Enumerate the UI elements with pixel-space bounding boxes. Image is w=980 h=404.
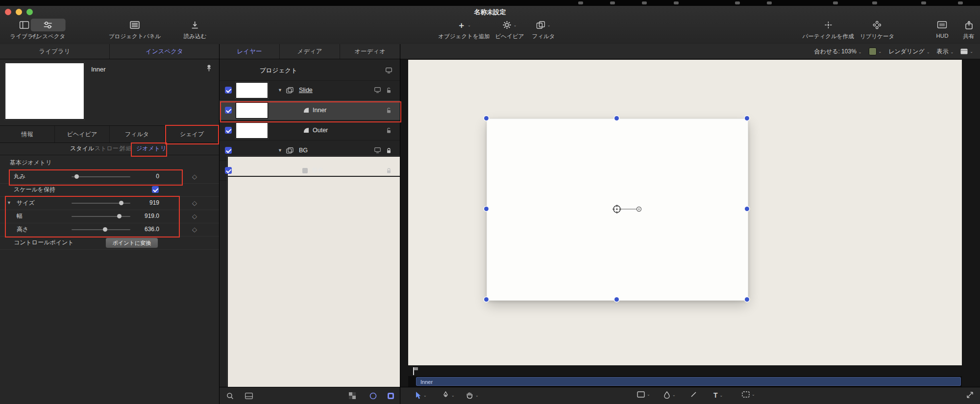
selection-handle-bottom-center[interactable] — [614, 297, 619, 302]
project-row[interactable]: プロジェクト — [220, 61, 400, 81]
timeline-bar-inner[interactable]: Inner — [416, 377, 961, 386]
layer-name[interactable]: Inner — [313, 100, 327, 120]
layer-visibility-checkbox[interactable] — [225, 167, 232, 174]
lock-icon[interactable] — [386, 147, 392, 154]
shape-icon — [303, 107, 310, 114]
panel-divider[interactable] — [219, 44, 220, 404]
search-icon[interactable] — [226, 392, 234, 400]
window-titlebar: 名称未設定 ライブラリ インスペクタ プロジェクトパネル 読み込む ＋⌄ オブジ… — [0, 6, 980, 45]
filters-button[interactable]: ⌄ フィルタ — [532, 19, 555, 40]
layer-row-slide[interactable]: ▼ Slide — [220, 80, 400, 100]
width-keyframe-icon[interactable]: ◇ — [192, 210, 197, 223]
transparency-checker-icon[interactable] — [349, 392, 356, 399]
subtab-advanced[interactable]: 詳細 — [120, 142, 132, 155]
layer-row-solid[interactable]: 単色 — [220, 161, 400, 181]
size-keyframe-icon[interactable]: ◇ — [192, 196, 197, 210]
add-object-button[interactable]: ＋⌄ オブジェクトを追加 — [438, 19, 490, 40]
slider-thumb[interactable] — [74, 174, 79, 179]
roundness-value[interactable]: 0 — [115, 170, 159, 183]
tab-behaviors[interactable]: ビヘイビア — [55, 126, 110, 143]
unlock-icon[interactable] — [386, 127, 392, 134]
rendering-dropdown[interactable]: レンダリング⌄ — [888, 48, 930, 56]
tab-audio[interactable]: オーディオ — [340, 44, 400, 59]
layer-visibility-checkbox[interactable] — [225, 147, 232, 154]
lock-icon[interactable] — [386, 167, 392, 174]
text-tool[interactable]: T ⌄ — [713, 391, 723, 399]
convert-to-points-button[interactable]: ポイントに変換 — [105, 238, 158, 248]
unlock-icon[interactable] — [386, 87, 392, 94]
resize-panel-handle[interactable] — [966, 391, 974, 399]
view-dropdown[interactable]: 表示⌄ — [937, 48, 954, 56]
subtab-geometry[interactable]: ジオメトリ — [136, 142, 166, 155]
layer-name[interactable]: Outer — [313, 120, 328, 140]
make-particles-button[interactable]: パーティクルを作成 — [802, 19, 854, 40]
layer-row-bg[interactable]: ▼ BG — [220, 141, 400, 161]
layer-name[interactable]: 単色 — [312, 161, 324, 180]
inspector-button[interactable]: インスペクタ — [31, 19, 66, 40]
line-icon — [690, 391, 697, 398]
paint-stroke-tool[interactable]: ⌄ — [663, 391, 676, 399]
subtab-style[interactable]: スタイル — [70, 142, 94, 155]
inspector-label: インスペクタ — [31, 33, 66, 40]
display-icon — [374, 87, 381, 93]
tab-info[interactable]: 情報 — [0, 126, 55, 143]
disclosure-triangle[interactable]: ▼ — [278, 141, 282, 160]
selection-handle-middle-left[interactable] — [484, 207, 489, 211]
tab-inspector[interactable]: インスペクタ — [110, 44, 219, 59]
tab-library[interactable]: ライブラリ — [0, 44, 110, 59]
layer-row-inner[interactable]: Inner — [220, 100, 400, 120]
anchor-point[interactable] — [612, 204, 646, 214]
tab-media[interactable]: メディア — [280, 44, 340, 59]
rectangle-mask-tool[interactable]: ⌄ — [742, 391, 755, 398]
tab-layers[interactable]: レイヤー — [220, 44, 280, 59]
pin-icon[interactable] — [206, 65, 212, 72]
roundness-keyframe-icon[interactable]: ◇ — [192, 170, 197, 183]
selection-handle-top-center[interactable] — [614, 116, 619, 120]
selection-handle-bottom-right[interactable] — [745, 297, 749, 302]
height-value[interactable]: 636.0 — [115, 223, 159, 236]
share-button[interactable]: 共有 — [963, 19, 975, 40]
tab-filters[interactable]: フィルタ — [110, 126, 165, 143]
select-tool[interactable]: ⌄ — [415, 391, 427, 400]
selection-handle-top-left[interactable] — [484, 116, 489, 120]
tab-shape[interactable]: シェイプ — [165, 126, 219, 143]
window-title: 名称未設定 — [0, 8, 980, 17]
panel-divider[interactable] — [400, 44, 400, 404]
control-points-row: コントロールポイント ポイントに変換 — [0, 236, 219, 250]
replicator-button[interactable]: リプリケータ — [860, 19, 894, 40]
project-label: プロジェクト — [260, 61, 297, 80]
preserve-scale-checkbox[interactable] — [152, 186, 159, 193]
selection-handle-top-right[interactable] — [745, 116, 749, 120]
layer-visibility-checkbox[interactable] — [225, 87, 232, 94]
disclosure-triangle[interactable]: ▼ — [278, 80, 282, 100]
unlock-icon[interactable] — [386, 107, 392, 114]
bezier-tool[interactable]: ⌄ — [442, 391, 455, 399]
size-disclosure-triangle[interactable]: ▼ — [7, 196, 11, 210]
hud-button[interactable]: HUD — [936, 19, 949, 39]
height-keyframe-icon[interactable]: ◇ — [192, 223, 197, 236]
hand-tool[interactable]: ⌄ — [466, 391, 479, 399]
slider-thumb[interactable] — [103, 227, 107, 232]
panel-toggle-icon[interactable] — [245, 393, 253, 399]
import-button[interactable]: 読み込む — [184, 19, 207, 40]
selection-handle-middle-right[interactable] — [745, 207, 749, 211]
size-value[interactable]: 919 — [115, 196, 159, 210]
diagonal-resize-icon — [966, 391, 974, 399]
selection-handle-bottom-left[interactable] — [484, 297, 489, 302]
layer-visibility-checkbox[interactable] — [225, 107, 232, 114]
project-panel-button[interactable]: プロジェクトパネル — [109, 19, 161, 40]
zoom-dropdown[interactable]: 合わせる: 103%⌄ — [814, 48, 862, 56]
width-value[interactable]: 919.0 — [115, 210, 159, 223]
channel-dropdown[interactable]: ⌄ — [869, 48, 882, 55]
layer-visibility-checkbox[interactable] — [225, 127, 232, 134]
rectangle-tool[interactable]: ⌄ — [637, 391, 650, 398]
layer-name[interactable]: Slide — [299, 80, 313, 100]
section-basic-geometry: 基本ジオメトリ — [10, 159, 51, 167]
blend-mode-icon[interactable] — [369, 392, 377, 400]
line-tool[interactable] — [690, 391, 697, 398]
layer-name[interactable]: BG — [299, 141, 308, 160]
layers-view-icon[interactable] — [387, 392, 394, 400]
layer-row-outer[interactable]: Outer — [220, 120, 400, 141]
layout-dropdown[interactable]: ⌄ — [960, 48, 973, 54]
behaviors-button[interactable]: ⌄ ビヘイビア — [495, 19, 524, 40]
